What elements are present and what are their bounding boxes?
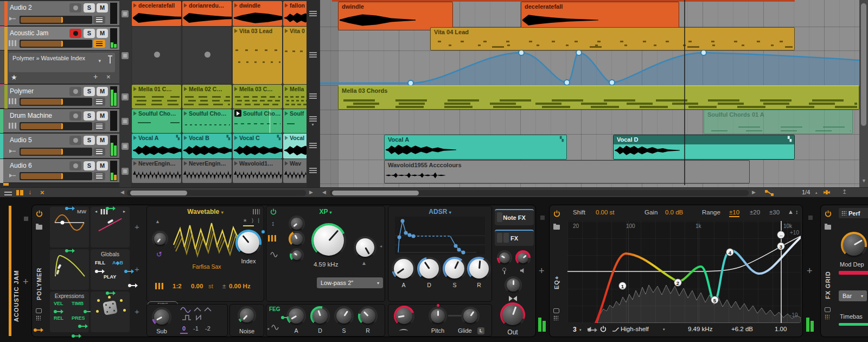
eq-band-2-handle[interactable]: 2: [674, 278, 682, 287]
spread-knob[interactable]: [505, 276, 522, 294]
mod-route-arrow[interactable]: [65, 248, 75, 254]
band-power-icon[interactable]: [600, 326, 607, 332]
env-graph[interactable]: [395, 217, 485, 255]
note-fx-button[interactable]: Note FX: [495, 209, 534, 225]
grid-resolution-chevron[interactable]: ▴: [815, 191, 818, 195]
scene-square-button[interactable]: [122, 93, 129, 100]
layout-icon[interactable]: [16, 190, 23, 195]
eq-band-4-handle[interactable]: 4: [726, 248, 734, 256]
eq-band-5-handle[interactable]: 5: [711, 296, 719, 304]
add-device-button[interactable]: +: [23, 276, 29, 288]
keytrack-icon[interactable]: [155, 283, 163, 289]
track-menu-button[interactable]: [93, 16, 105, 24]
sub-octave-2[interactable]: -2: [205, 325, 210, 332]
mod-route-arrow[interactable]: [106, 206, 116, 211]
voice-mono-knob[interactable]: [497, 250, 512, 265]
arranger-clip-soulful-chords[interactable]: Soulful Chords 01 A: [704, 110, 853, 134]
arranger-clip-vocal-a[interactable]: Vocal A ▚: [384, 135, 567, 160]
track-header-drum-machine[interactable]: Drum Machine S M: [0, 109, 119, 133]
mod-route-arrow[interactable]: [72, 333, 81, 339]
solo-button[interactable]: S: [84, 3, 95, 12]
collapse-square[interactable]: [24, 217, 28, 221]
record-arm-button[interactable]: [69, 161, 81, 170]
scroll-left-icon[interactable]: ◀: [120, 189, 124, 195]
pitch-knob[interactable]: [429, 307, 447, 325]
add-device-button[interactable]: +: [539, 265, 545, 277]
filter-drive-knob[interactable]: [289, 216, 305, 232]
pin-icon[interactable]: [110, 56, 111, 64]
launcher-empty-slot[interactable]: [182, 27, 232, 84]
launcher-clip[interactable]: NeverEngin…: [132, 159, 181, 183]
solo-button[interactable]: S: [84, 29, 95, 38]
track-menu-button[interactable]: [93, 172, 105, 180]
device-power-icon[interactable]: [553, 210, 560, 217]
device-window-icon[interactable]: [553, 306, 559, 315]
arranger-clip-dwindle[interactable]: dwindle: [338, 2, 453, 30]
launcher-clip[interactable]: Wavoloid1…: [233, 159, 282, 183]
launcher-clip[interactable]: Vocal A▚: [132, 134, 181, 159]
track-header-audio-2[interactable]: Audio 2 S M: [0, 1, 119, 26]
volume-fader[interactable]: [20, 98, 92, 106]
mod-route-arrow[interactable]: [78, 324, 88, 329]
mixer-strips-icon[interactable]: [4, 190, 12, 195]
record-arm-button[interactable]: [69, 136, 81, 145]
follow-arrow-icon[interactable]: ↓: [28, 188, 31, 196]
mod-lfo-tile[interactable]: MW: [50, 207, 89, 248]
add-device-button[interactable]: +: [807, 265, 813, 277]
fx-grid-panel-tab[interactable]: Perf: [839, 208, 868, 218]
volume-fader[interactable]: [20, 172, 92, 180]
add-modulator-button[interactable]: +: [135, 307, 139, 316]
mute-button[interactable]: M: [97, 3, 108, 12]
wavetable-view-icons[interactable]: ∗ ) |: [243, 218, 261, 223]
phase-knob[interactable]: [152, 231, 168, 247]
band-select-value[interactable]: 3: [573, 326, 577, 333]
arranger-timeline[interactable]: dwindle deceleratefall Vita 04 Lead Mell…: [320, 0, 859, 187]
track-header-audio-6[interactable]: Audio 6 S M: [0, 159, 119, 183]
scrollbar-thumb[interactable]: [861, 3, 866, 126]
mod-keytrack-tile[interactable]: ◂▸: [91, 207, 130, 248]
scene-square-button[interactable]: [122, 143, 129, 150]
eq-band-1-handle[interactable]: 1: [618, 282, 627, 290]
wavetable-name[interactable]: Farfisa Sax: [171, 263, 242, 270]
automation-favorite-icon[interactable]: ★: [11, 73, 20, 82]
sub-clips-icon[interactable]: [309, 11, 317, 16]
mod-route-arrow[interactable]: [54, 309, 63, 314]
launcher-clip[interactable]: NeverEngin…: [182, 159, 232, 183]
band-freq-value[interactable]: 9.49 kHz: [688, 326, 712, 332]
noise-knob[interactable]: [238, 306, 256, 325]
solo-button[interactable]: S: [84, 161, 95, 170]
track-menu-button[interactable]: [93, 122, 105, 130]
arranger-vertical-scrollbar[interactable]: ▼: [859, 0, 868, 187]
sub-clips-icon[interactable]: [309, 143, 317, 148]
osc-detune-value[interactable]: 0.00 Hz: [229, 283, 251, 289]
sub-clips-icon[interactable]: [309, 93, 317, 99]
filter-mode-dropdown[interactable]: Low-pass 2″▾: [317, 277, 383, 288]
scene-square-button[interactable]: [122, 118, 129, 125]
stop-icon[interactable]: [154, 52, 160, 58]
device-folder-icon[interactable]: [36, 222, 42, 232]
scrollbar-thumb[interactable]: [332, 191, 419, 195]
solo-button[interactable]: S: [84, 136, 95, 145]
arranger-clip-wavoloid[interactable]: Wavoloid1955 Acccolours: [384, 160, 750, 183]
launcher-clip[interactable]: Soulful Cho…: [233, 109, 282, 133]
launcher-clip[interactable]: Vita 0: [283, 27, 307, 84]
sub-knob[interactable]: [152, 307, 171, 327]
launcher-clip[interactable]: Soulf: [283, 109, 307, 133]
automation-target-selector[interactable]: Polymer » Wavetable Index ▾: [9, 53, 115, 72]
volume-fader[interactable]: [20, 16, 92, 24]
close-automation-lane-button[interactable]: ×: [106, 73, 111, 81]
band-gain-value[interactable]: +6.2 dB: [731, 326, 753, 332]
mod-route-arrow[interactable]: [106, 290, 116, 296]
operators-icon[interactable]: [765, 190, 774, 196]
cutoff-value[interactable]: 4.59 kHz: [314, 261, 338, 268]
mod-depth-knob[interactable]: [841, 232, 867, 258]
mod-envelope-tile[interactable]: [50, 249, 89, 290]
launcher-clip[interactable]: Soulful Cho…: [182, 109, 232, 133]
eq-band-3-handle[interactable]: 3: [777, 242, 785, 250]
launcher-clip[interactable]: Mella 01 C…: [132, 85, 181, 109]
device-folder-icon[interactable]: [825, 222, 831, 232]
collapse-square[interactable]: [808, 216, 813, 220]
mod-expressions-tile[interactable]: Expressions VEL TIMB REL PRES: [50, 292, 89, 332]
mod-dice-tile[interactable]: [91, 292, 130, 332]
range-10-button[interactable]: ±10: [729, 209, 739, 217]
